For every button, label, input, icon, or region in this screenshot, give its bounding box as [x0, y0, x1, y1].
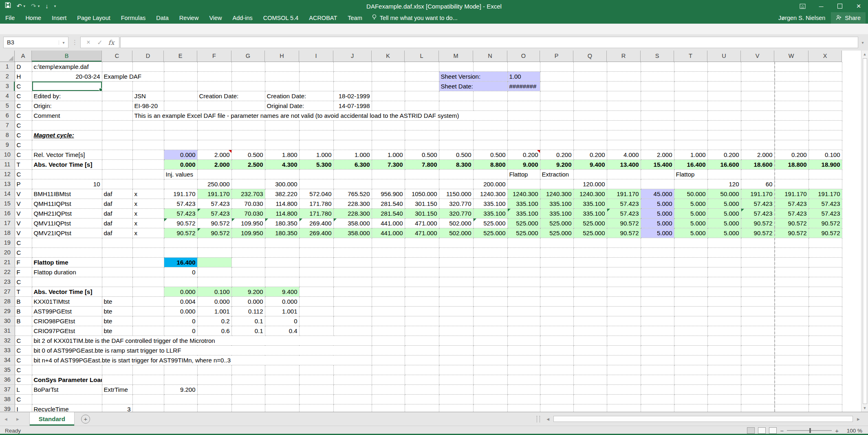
cell-R18[interactable]: 90.572	[607, 228, 641, 238]
ribbon-tab-comsol-5-4[interactable]: COMSOL 5.4	[258, 12, 304, 24]
column-header-L[interactable]: L	[405, 51, 439, 62]
cell-Q33[interactable]	[573, 346, 607, 356]
cell-F27[interactable]: 0.100	[197, 287, 231, 297]
cell-P36[interactable]	[540, 375, 573, 385]
cell-R21[interactable]	[607, 258, 641, 267]
cell-V9[interactable]	[741, 140, 774, 150]
cell-B33[interactable]: bit 0 of AST99PGEast.bte is ramp start t…	[32, 346, 372, 356]
cell-X32[interactable]	[809, 336, 842, 346]
ribbon-tab-formulas[interactable]: Formulas	[116, 12, 151, 24]
cell-C6[interactable]	[102, 111, 132, 121]
cell-C22[interactable]	[102, 267, 132, 277]
cell-I38[interactable]	[299, 395, 333, 404]
cell-C18[interactable]: daf	[102, 228, 132, 238]
cell-D10[interactable]	[132, 150, 164, 160]
cell-J29[interactable]	[333, 307, 372, 316]
row-header-2[interactable]: 2	[0, 72, 15, 82]
row-header-20[interactable]: 20	[0, 248, 15, 258]
cell-N4[interactable]	[473, 91, 507, 101]
cell-N18[interactable]: 525.000	[473, 228, 507, 238]
cell-K39[interactable]	[372, 404, 405, 412]
cell-X15[interactable]: 57.423	[809, 199, 842, 209]
cell-P38[interactable]	[540, 395, 573, 404]
cell-V35[interactable]	[741, 365, 774, 375]
cell-O38[interactable]	[507, 395, 540, 404]
ribbon-tab-insert[interactable]: Insert	[46, 12, 72, 24]
cell-K9[interactable]	[372, 140, 405, 150]
cell-Q3[interactable]	[573, 82, 607, 91]
cell-X4[interactable]	[809, 91, 842, 101]
cell-I14[interactable]: 572.040	[299, 189, 333, 199]
cell-R20[interactable]	[607, 248, 641, 258]
cell-Q39[interactable]	[573, 404, 607, 412]
cell-H13[interactable]: 300.000	[265, 179, 299, 189]
cell-I22[interactable]	[299, 267, 333, 277]
cell-A14[interactable]: V	[15, 189, 32, 199]
cell-V19[interactable]	[741, 238, 774, 248]
cell-L9[interactable]	[405, 140, 439, 150]
cell-L22[interactable]	[405, 267, 439, 277]
cell-B28[interactable]: KXX01TIMtst	[32, 297, 102, 307]
cell-X22[interactable]	[809, 267, 842, 277]
row-header-11[interactable]: 11	[0, 160, 15, 170]
cell-O7[interactable]	[507, 121, 540, 130]
cell-H5[interactable]: Original Date:	[265, 101, 333, 111]
cell-H3[interactable]	[265, 82, 299, 91]
cell-Q27[interactable]	[573, 287, 607, 297]
ribbon-tab-file[interactable]: File	[0, 12, 20, 24]
cell-I16[interactable]: 171.780	[299, 209, 333, 219]
cell-K21[interactable]	[372, 258, 405, 267]
row-header-30[interactable]: 30	[0, 316, 15, 326]
cell-U30[interactable]	[707, 316, 741, 326]
cell-J17[interactable]: 358.000	[333, 219, 372, 228]
cell-O29[interactable]	[507, 307, 540, 316]
cell-L7[interactable]	[405, 121, 439, 130]
cell-T39[interactable]	[674, 404, 707, 412]
cell-E39[interactable]	[164, 404, 197, 412]
cell-G9[interactable]	[231, 140, 265, 150]
cell-M19[interactable]	[439, 238, 473, 248]
cell-R34[interactable]	[607, 356, 641, 365]
cell-Q37[interactable]	[573, 385, 607, 395]
cell-C4[interactable]	[102, 91, 132, 101]
cell-P34[interactable]	[540, 356, 573, 365]
cell-O30[interactable]	[507, 316, 540, 326]
cell-V15[interactable]: 57.423	[741, 199, 774, 209]
cell-S14[interactable]: 45.000	[641, 189, 674, 199]
cell-F15[interactable]: 57.423	[197, 199, 231, 209]
cell-T13[interactable]	[674, 179, 707, 189]
cell-V8[interactable]	[741, 130, 774, 140]
row-header-10[interactable]: 10	[0, 150, 15, 160]
cell-A18[interactable]: V	[15, 228, 32, 238]
cell-A21[interactable]: F	[15, 258, 32, 267]
cell-T3[interactable]	[674, 82, 707, 91]
row-header-12[interactable]: 12	[0, 170, 15, 179]
cell-D19[interactable]	[132, 238, 164, 248]
cell-K35[interactable]	[372, 365, 405, 375]
row-header-34[interactable]: 34	[0, 356, 15, 365]
cell-D6[interactable]: This is an example Excel DAF file - para…	[132, 111, 507, 121]
cell-T32[interactable]	[674, 336, 707, 346]
name-box-dropdown-icon[interactable]: ▾	[59, 40, 68, 45]
cell-U28[interactable]	[707, 297, 741, 307]
cell-E4[interactable]	[164, 91, 197, 101]
zoom-level[interactable]: 100 %	[842, 428, 862, 434]
cell-O8[interactable]	[507, 130, 540, 140]
cell-S33[interactable]	[641, 346, 674, 356]
cell-U22[interactable]	[707, 267, 741, 277]
cell-R33[interactable]	[607, 346, 641, 356]
cell-R5[interactable]	[607, 101, 641, 111]
cell-Q8[interactable]	[573, 130, 607, 140]
cell-R17[interactable]: 90.572	[607, 219, 641, 228]
cell-L32[interactable]	[405, 336, 439, 346]
cell-V39[interactable]	[741, 404, 774, 412]
cell-N32[interactable]	[473, 336, 507, 346]
cell-N31[interactable]	[473, 326, 507, 336]
cell-K2[interactable]	[372, 72, 405, 82]
cell-I36[interactable]	[299, 375, 333, 385]
cell-X9[interactable]	[809, 140, 842, 150]
cell-G28[interactable]: 0.000	[231, 297, 265, 307]
row-header-33[interactable]: 33	[0, 346, 15, 356]
cell-W7[interactable]	[774, 121, 809, 130]
cell-N14[interactable]: 1240.300	[473, 189, 507, 199]
